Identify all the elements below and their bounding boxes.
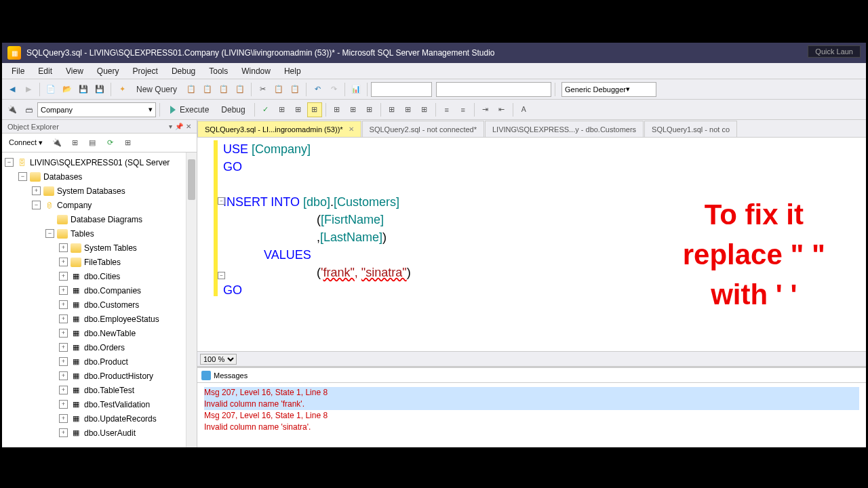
table-row[interactable]: dbo.Orders (84, 343, 125, 352)
menu-window[interactable]: Window (235, 64, 277, 79)
cut-icon[interactable]: ✂ (255, 82, 270, 97)
table-row[interactable]: dbo.EmployeeStatus (84, 314, 159, 324)
table-row[interactable]: dbo.UserAudit (84, 428, 136, 438)
results-file-icon[interactable]: ⊞ (417, 102, 432, 117)
tab-sqlquery3[interactable]: SQLQuery3.sql - LI...ingroomadmin (53))*… (197, 121, 361, 137)
search-icon[interactable]: ⊞ (120, 136, 135, 150)
quick-launch-input[interactable]: Quick Laun (808, 45, 861, 58)
undo-icon[interactable]: ↶ (310, 82, 325, 97)
filter-icon[interactable]: ▤ (85, 136, 100, 150)
menu-edit[interactable]: Edit (31, 64, 59, 79)
parse-icon[interactable]: ✓ (258, 102, 273, 117)
results-pane: Messages Msg 207, Level 16, State 1, Lin… (197, 366, 866, 447)
tab-customers[interactable]: LIVING\SQLEXPRESS...y - dbo.Customers (485, 121, 644, 137)
display-plan-icon[interactable]: ⊞ (275, 102, 290, 117)
save-icon[interactable]: 💾 (76, 82, 91, 97)
intellisense-icon[interactable]: ⊞ (307, 102, 322, 117)
menu-help[interactable]: Help (277, 64, 308, 79)
code-editor[interactable]: − − USE [Company] GO INSERT INTO [dbo].[… (197, 138, 866, 447)
tree-systables[interactable]: System Tables (84, 243, 137, 253)
autohide-icon[interactable]: 📌 (175, 123, 183, 130)
zoom-dropdown[interactable]: 100 % (200, 354, 237, 365)
messages-content[interactable]: Msg 207, Level 16, State 1, Line 8 Inval… (197, 383, 866, 447)
menu-file[interactable]: File (5, 64, 31, 79)
tree-diagrams[interactable]: Database Diagrams (71, 215, 142, 224)
table-row[interactable]: dbo.UpdateRecords (84, 414, 157, 424)
comment-icon[interactable]: ≡ (439, 102, 454, 117)
tree-filetables[interactable]: FileTables (84, 258, 121, 267)
include-stats-icon[interactable]: ⊞ (346, 102, 361, 117)
toolbar-sql: 🔌 🗃 Company▾ Execute Debug ✓ ⊞ ⊞ ⊞ ⊞ ⊞ ⊞… (2, 100, 866, 120)
menu-project[interactable]: Project (126, 64, 165, 79)
nav-back-icon[interactable]: ◀ (5, 82, 20, 97)
database-dropdown[interactable]: Company▾ (37, 102, 156, 117)
activity-monitor-icon[interactable]: 📊 (349, 82, 363, 97)
results-grid-icon[interactable]: ⊞ (401, 102, 416, 117)
table-row[interactable]: dbo.Companies (84, 286, 141, 296)
save-all-icon[interactable]: 💾 (92, 82, 107, 97)
refresh-icon[interactable]: ⟳ (102, 136, 117, 150)
table-row[interactable]: dbo.Cities (84, 272, 120, 281)
zoom-bar: 100 % (197, 351, 866, 366)
menu-debug[interactable]: Debug (165, 64, 202, 79)
copy-icon[interactable]: 📋 (271, 82, 286, 97)
editor-area: SQLQuery3.sql - LI...ingroomadmin (53))*… (197, 120, 866, 447)
table-row[interactable]: dbo.NewTable (84, 329, 136, 338)
new-project-icon[interactable]: 📄 (43, 82, 58, 97)
sqlcmd-icon[interactable]: ⊞ (362, 102, 377, 117)
open-icon[interactable]: 📂 (60, 82, 75, 97)
tab-sqlquery2[interactable]: SQLQuery2.sql - not connected* (362, 121, 484, 137)
menu-tools[interactable]: Tools (202, 64, 235, 79)
change-connection-icon[interactable]: 🔌 (5, 102, 20, 117)
pin-icon[interactable]: ▾ (169, 123, 172, 130)
execute-button[interactable]: Execute (163, 102, 214, 117)
stop-icon[interactable]: ⊞ (67, 136, 82, 150)
table-row[interactable]: dbo.TestValidation (84, 400, 150, 409)
new-query-icon[interactable]: ✦ (115, 82, 130, 97)
tree-databases[interactable]: Databases (43, 172, 82, 182)
outdent-icon[interactable]: ⇤ (494, 102, 509, 117)
mdx-query-icon[interactable]: 📋 (200, 82, 215, 97)
db-engine-query-icon[interactable]: 📋 (184, 82, 199, 97)
solution-platform-dropdown[interactable] (436, 82, 551, 97)
nav-fwd-icon[interactable]: ▶ (21, 82, 36, 97)
tree-company[interactable]: Company (57, 201, 92, 210)
solution-config-dropdown[interactable] (371, 82, 432, 97)
table-row[interactable]: dbo.ProductHistory (84, 371, 153, 381)
xmla-query-icon[interactable]: 📋 (233, 82, 248, 97)
document-tabs: SQLQuery3.sql - LI...ingroomadmin (53))*… (197, 120, 866, 138)
table-row[interactable]: dbo.Customers (84, 300, 139, 310)
close-panel-icon[interactable]: ✕ (186, 123, 191, 130)
tree-tables[interactable]: Tables (71, 229, 94, 239)
redo-icon[interactable]: ↷ (326, 82, 341, 97)
tree-server[interactable]: LIVING\SQLEXPRESS01 (SQL Server (30, 158, 170, 167)
include-plan-icon[interactable]: ⊞ (330, 102, 344, 117)
new-query-button[interactable]: New Query (131, 82, 182, 97)
connect-button[interactable]: Connect ▾ (5, 137, 47, 148)
tree-sysdb[interactable]: System Databases (57, 186, 125, 196)
paste-icon[interactable]: 📋 (288, 82, 302, 97)
uncomment-icon[interactable]: ≡ (456, 102, 471, 117)
object-explorer-panel: Object Explorer ▾📌✕ Connect ▾ 🔌 ⊞ ▤ ⟳ ⊞ … (2, 120, 197, 447)
indent-icon[interactable]: ⇥ (478, 102, 493, 117)
table-row[interactable]: dbo.Product (84, 357, 128, 367)
disconnect-icon[interactable]: 🔌 (50, 136, 64, 150)
close-icon[interactable]: ✕ (349, 125, 354, 133)
object-tree[interactable]: −🗄LIVING\SQLEXPRESS01 (SQL Server −Datab… (2, 152, 197, 447)
object-explorer-title: Object Explorer ▾📌✕ (2, 120, 197, 134)
specify-values-icon[interactable]: Ꭺ (517, 102, 532, 117)
available-db-icon[interactable]: 🗃 (21, 102, 36, 117)
tab-sqlquery1[interactable]: SQLQuery1.sql - not co (644, 121, 737, 137)
debugger-dropdown[interactable]: Generic Debugger ▾ (561, 82, 656, 97)
dmx-query-icon[interactable]: 📋 (216, 82, 231, 97)
results-text-icon[interactable]: ⊞ (384, 102, 399, 117)
query-options-icon[interactable]: ⊞ (291, 102, 306, 117)
debug-button[interactable]: Debug (216, 102, 250, 117)
table-row[interactable]: dbo.TableTest (84, 386, 134, 395)
menu-query[interactable]: Query (90, 64, 126, 79)
title-bar: ▦ SQLQuery3.sql - LIVING\SQLEXPRESS01.Co… (2, 43, 866, 63)
menu-view[interactable]: View (59, 64, 90, 79)
messages-tab[interactable]: Messages (197, 368, 866, 383)
annotation-overlay: To fix it replace " " with ' ' (683, 195, 825, 314)
tree-scrollbar[interactable] (186, 152, 197, 447)
